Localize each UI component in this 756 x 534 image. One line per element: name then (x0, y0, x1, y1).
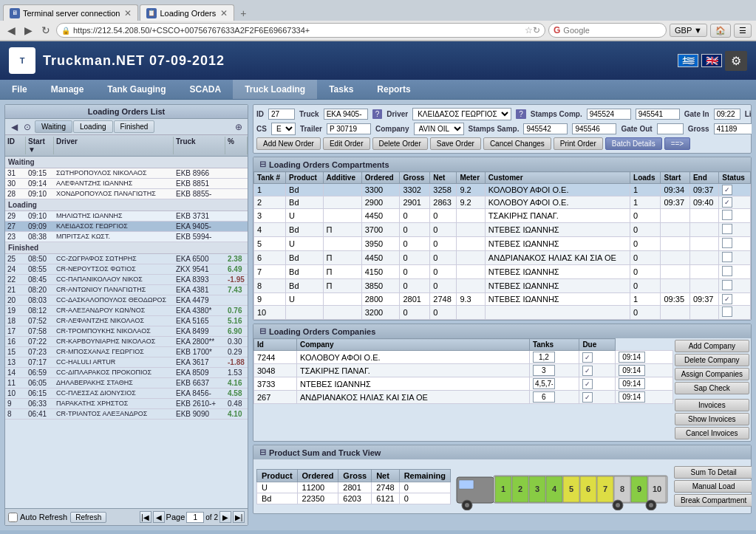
tanks-input[interactable] (533, 365, 555, 376)
delete-order-btn[interactable]: Delete Order (372, 137, 428, 150)
table-row[interactable]: 3009:14ΑΛΕΦΑΝΤΖΗΣ ΙΩΑΝΝΗΣΕΚΒ 8851 (5, 179, 248, 189)
compartment-row[interactable]: 3 U 4450 0 0 ΤΣΑΚΙΡΗΣ ΠΑΝΑΓ. 0 (254, 209, 751, 223)
table-row[interactable]: 1106:05ΔΗΛΑΒΕΡΑΚΗΣ ΣΤΑΘΗΣΕΚΒ 66374.16 (5, 378, 248, 388)
nav-left-icon[interactable]: ◀ (8, 121, 20, 133)
status-check[interactable] (722, 238, 732, 248)
table-row[interactable]: 2308:38ΜΠΡΙΤΣΑΣ ΚΩΣΤ.ΕΚΒ 5994- (5, 232, 248, 242)
forward-button[interactable]: ▶ (21, 23, 35, 38)
flag-greece[interactable]: 🇬🇷 (678, 54, 698, 67)
due-input[interactable] (619, 378, 645, 389)
menu-scada[interactable]: SCADA (177, 80, 233, 99)
gross-input[interactable] (714, 123, 752, 134)
nav-circle-icon[interactable]: ⊙ (21, 121, 33, 133)
truck-input[interactable] (324, 109, 368, 120)
nav-right-icon[interactable]: ⊕ (233, 121, 245, 133)
country-btn[interactable]: GBP ▼ (670, 24, 707, 37)
menu-manage[interactable]: Manage (39, 80, 96, 99)
company-row[interactable]: 3733 ΝΤΕΒΕΣ ΙΩΑΝΝΗΣ (254, 377, 673, 391)
break-compartment-btn[interactable]: Break Compartment (674, 494, 752, 507)
compartment-row[interactable]: 10 3200 0 0 0 (254, 306, 751, 320)
stamps-comp-1[interactable] (587, 109, 631, 120)
table-row[interactable]: 1908:12CR-ΑΛΕΞΑΝΔΡΟΥ ΚΩΝ/ΝΟΣΕΚΑ 4380*0.7… (5, 306, 248, 316)
company-select[interactable]: AVIN OIL (414, 123, 464, 135)
status-check[interactable] (722, 294, 732, 304)
reload-url-icon[interactable]: ↻ (533, 25, 540, 35)
print-order-btn[interactable]: Print Order (554, 137, 603, 150)
tab-loading[interactable]: 📋 Loading Orders ✕ (140, 4, 234, 21)
compartment-row[interactable]: 1 Bd 3300 3302 3258 9.2 ΚΟΛΟΒΟΥ ΑΦΟΙ Ο.Ε… (254, 184, 751, 196)
status-check[interactable] (722, 185, 732, 195)
flag-uk[interactable]: 🇬🇧 (701, 54, 722, 67)
show-invoices-btn[interactable]: Show Invoices (675, 413, 749, 425)
stamps-samp-1[interactable] (523, 123, 568, 134)
compartment-row[interactable]: 9 U 2800 2801 2748 9.3 ΝΤΕΒΕΣ ΙΩΑΝΝΗΣ 1 … (254, 293, 751, 306)
table-row[interactable]: 906:33ΠΑΡΑΚΑΤΗΣ ΧΡΗΣΤΟΣΕΚΒ 2610-+0.48 (5, 399, 248, 409)
gate-in-input[interactable] (714, 109, 740, 120)
stamps-samp-2[interactable] (572, 123, 616, 134)
tanks-input[interactable] (533, 352, 555, 363)
company-check[interactable] (582, 352, 593, 363)
status-check[interactable] (722, 224, 732, 234)
due-input[interactable] (619, 365, 645, 376)
status-check[interactable] (722, 210, 732, 220)
edit-order-btn[interactable]: Edit Order (323, 137, 370, 150)
status-check[interactable] (722, 307, 732, 317)
assign-companies-btn[interactable]: Assign Companies (675, 368, 749, 380)
tab-terminal[interactable]: 🖥 Terminal server connection ✕ (3, 4, 138, 21)
bookmark-icon[interactable]: ☆ (525, 25, 533, 35)
save-order-btn[interactable]: Save Order (430, 137, 481, 150)
tab-loading-close[interactable]: ✕ (220, 8, 228, 18)
tab-terminal-close[interactable]: ✕ (124, 8, 132, 18)
status-check[interactable] (722, 252, 732, 262)
menu-reports[interactable]: Reports (365, 80, 422, 99)
compartment-row[interactable]: 4 Bd Π 3700 0 0 ΝΤΕΒΕΣ ΙΩΑΝΝΗΣ 0 (254, 223, 751, 237)
search-input[interactable] (563, 26, 644, 35)
table-row[interactable]: 2709:09ΚΛΕΙΔΑΣΟΣ ΓΕΩΡΓΙΟΣΕΚΑ 9405- (5, 222, 248, 232)
tanks-input[interactable] (533, 378, 555, 389)
home-btn[interactable]: 🏠 (710, 24, 731, 38)
tanks-input[interactable] (533, 391, 555, 403)
compartment-row[interactable]: 2 Bd 2900 2901 2863 9.2 ΚΟΛΟΒΟΥ ΑΦΟΙ Ο.Ε… (254, 196, 751, 209)
table-row[interactable]: 2508:50CC-ΖΩΓΡΑΦΟΣ ΣΩΤΗΡΗΣΕΚΑ 65002.38 (5, 254, 248, 264)
gate-out-input[interactable] (657, 123, 684, 134)
delete-company-btn[interactable]: Delete Company (675, 354, 749, 366)
back-button[interactable]: ◀ (4, 23, 18, 38)
first-page-btn[interactable]: |◀ (140, 511, 151, 523)
expand-sum-icon[interactable]: ⊟ (259, 448, 266, 457)
table-row[interactable]: 1707:58CR-ΤΡΟΜΠΟΥΚΗΣ ΝΙΚΟΛΑΟΣΕΚΑ 84996.9… (5, 326, 248, 337)
compartment-row[interactable]: 6 Bd Π 4450 0 0 ΑΝΔΡΙΑΝΑΚΟΣ ΗΛΙΑΣ ΚΑΙ ΣΙ… (254, 251, 751, 265)
status-check[interactable] (722, 197, 732, 208)
expand-companies-icon[interactable]: ⊟ (259, 326, 266, 336)
arrow-btn[interactable]: ==> (664, 137, 691, 150)
table-row[interactable]: 2008:03CC-ΔΑΣΚΑΛΟΠΟΥΛΟΣ ΘΕΟΔΩΡΟΣΕΚΑ 4479 (5, 295, 248, 306)
stamps-comp-2[interactable] (636, 109, 680, 120)
next-page-btn[interactable]: ▶ (219, 511, 231, 523)
menu-tank-gauging[interactable]: Tank Gauging (95, 80, 177, 99)
table-row[interactable]: 1006:15CC-ΠΛΕΣΣΑΣ ΔΙΟΝΥΣΙΟΣΕΚΑ 8456-4.58 (5, 388, 248, 399)
trailer-input[interactable] (327, 123, 371, 134)
menu-tasks[interactable]: Tasks (317, 80, 365, 99)
table-row[interactable]: 3109:15ΣΩΤΗΡΟΠΟΥΛΟΣ ΝΙΚΟΛΑΟΣΕΚΒ 8966 (5, 168, 248, 179)
compartment-row[interactable]: 5 U 3950 0 0 ΝΤΕΒΕΣ ΙΩΑΝΝΗΣ 0 (254, 237, 751, 251)
table-row[interactable]: 1807:52CR-ΛΕΦΑΝΤΖΗΣ ΝΙΚΟΛΑΟΣΕΚΑ 51655.16 (5, 316, 248, 326)
manual-load-btn[interactable]: Manual Load (674, 480, 752, 493)
truck-question-btn[interactable]: ? (372, 109, 383, 119)
cancel-changes-btn[interactable]: Cancel Changes (483, 137, 551, 150)
id-input[interactable] (268, 109, 295, 120)
table-row[interactable]: 2108:20CR-ΑΝΤΩΝΙΟΥ ΠΑΝΑΓΙΩΤΗΣΕΚΑ 43817.4… (5, 285, 248, 295)
cancel-invoices-btn[interactable]: Cancel Invoices (675, 427, 749, 439)
tab-loading[interactable]: Loading (73, 120, 113, 133)
company-check[interactable] (582, 366, 593, 376)
expand-icon[interactable]: ⊟ (259, 160, 266, 169)
driver-select[interactable]: ΚΛΕΙΔΑΣΟΣ ΓΕΩΡΓΙΟΣ (412, 108, 511, 120)
company-check[interactable] (582, 379, 593, 389)
table-row[interactable]: 806:41CR-ΤΡΙΑΝΤΟΣ ΑΛΕΞΑΝΔΡΟΣΕΚΒ 90904.10 (5, 409, 248, 420)
table-row[interactable]: 1406:59CC-ΔΙΠΛΑΡΑΚΟΣ ΠΡΟΚΟΠΙΟΣΕΚΑ 85091.… (5, 368, 248, 378)
table-row[interactable]: 2408:55CR-ΝΕΡΟΥΤΣΟΣ ΦΩΤΙΟΣΖΚΧ 95416.49 (5, 264, 248, 275)
company-row[interactable]: 7244 ΚΟΛΟΒΟΥ ΑΦΟΙ Ο.Ε. (254, 351, 673, 364)
sap-check-btn[interactable]: Sap Check (675, 382, 749, 394)
menu-truck-loading[interactable]: Truck Loading (233, 80, 317, 99)
add-company-btn[interactable]: Add Company (675, 340, 749, 352)
menu-file[interactable]: File (0, 80, 39, 99)
sum-to-detail-btn[interactable]: Sum To Detail (674, 466, 752, 479)
